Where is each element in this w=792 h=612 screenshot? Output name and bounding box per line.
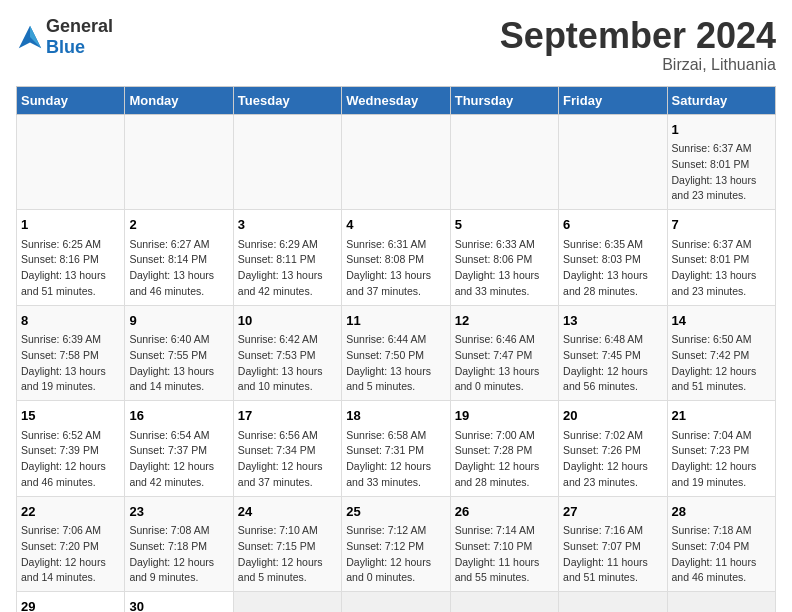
- day-number: 19: [455, 406, 554, 426]
- calendar-cell: [125, 114, 233, 210]
- day-number: 29: [21, 597, 120, 612]
- calendar-cell: 27Sunrise: 7:16 AMSunset: 7:07 PMDayligh…: [559, 496, 667, 592]
- day-number: 7: [672, 215, 771, 235]
- calendar-week-5: 29Sunrise: 7:20 AMSunset: 7:02 PMDayligh…: [17, 592, 776, 612]
- calendar-cell: 4Sunrise: 6:31 AMSunset: 8:08 PMDaylight…: [342, 210, 450, 306]
- day-number: 15: [21, 406, 120, 426]
- day-info: Sunrise: 6:25 AMSunset: 8:16 PMDaylight:…: [21, 237, 120, 300]
- calendar-cell: 16Sunrise: 6:54 AMSunset: 7:37 PMDayligh…: [125, 401, 233, 497]
- day-info: Sunrise: 7:10 AMSunset: 7:15 PMDaylight:…: [238, 523, 337, 586]
- calendar-cell: [667, 592, 775, 612]
- calendar-cell: [450, 592, 558, 612]
- calendar-cell: 7Sunrise: 6:37 AMSunset: 8:01 PMDaylight…: [667, 210, 775, 306]
- location-text: Birzai, Lithuania: [500, 56, 776, 74]
- day-number: 14: [672, 311, 771, 331]
- day-number: 4: [346, 215, 445, 235]
- calendar-cell: 6Sunrise: 6:35 AMSunset: 8:03 PMDaylight…: [559, 210, 667, 306]
- calendar-cell: 1Sunrise: 6:37 AMSunset: 8:01 PMDaylight…: [667, 114, 775, 210]
- day-number: 22: [21, 502, 120, 522]
- calendar-week-4: 22Sunrise: 7:06 AMSunset: 7:20 PMDayligh…: [17, 496, 776, 592]
- day-info: Sunrise: 7:04 AMSunset: 7:23 PMDaylight:…: [672, 428, 771, 491]
- calendar-cell: 19Sunrise: 7:00 AMSunset: 7:28 PMDayligh…: [450, 401, 558, 497]
- day-info: Sunrise: 6:35 AMSunset: 8:03 PMDaylight:…: [563, 237, 662, 300]
- calendar-week-1: 1Sunrise: 6:25 AMSunset: 8:16 PMDaylight…: [17, 210, 776, 306]
- calendar-cell: 23Sunrise: 7:08 AMSunset: 7:18 PMDayligh…: [125, 496, 233, 592]
- calendar-week-3: 15Sunrise: 6:52 AMSunset: 7:39 PMDayligh…: [17, 401, 776, 497]
- day-info: Sunrise: 7:14 AMSunset: 7:10 PMDaylight:…: [455, 523, 554, 586]
- day-number: 26: [455, 502, 554, 522]
- calendar-cell: 5Sunrise: 6:33 AMSunset: 8:06 PMDaylight…: [450, 210, 558, 306]
- calendar-cell: 28Sunrise: 7:18 AMSunset: 7:04 PMDayligh…: [667, 496, 775, 592]
- day-header-friday: Friday: [559, 86, 667, 114]
- day-number: 28: [672, 502, 771, 522]
- calendar-cell: [233, 592, 341, 612]
- day-number: 2: [129, 215, 228, 235]
- day-number: 21: [672, 406, 771, 426]
- day-info: Sunrise: 6:58 AMSunset: 7:31 PMDaylight:…: [346, 428, 445, 491]
- calendar-week-0: 1Sunrise: 6:37 AMSunset: 8:01 PMDaylight…: [17, 114, 776, 210]
- day-header-wednesday: Wednesday: [342, 86, 450, 114]
- logo-general-text: General: [46, 16, 113, 36]
- day-number: 24: [238, 502, 337, 522]
- day-header-saturday: Saturday: [667, 86, 775, 114]
- calendar-cell: 17Sunrise: 6:56 AMSunset: 7:34 PMDayligh…: [233, 401, 341, 497]
- month-title: September 2024: [500, 16, 776, 56]
- title-block: September 2024 Birzai, Lithuania: [500, 16, 776, 74]
- calendar-cell: 15Sunrise: 6:52 AMSunset: 7:39 PMDayligh…: [17, 401, 125, 497]
- day-number: 11: [346, 311, 445, 331]
- day-number: 25: [346, 502, 445, 522]
- calendar-cell: 12Sunrise: 6:46 AMSunset: 7:47 PMDayligh…: [450, 305, 558, 401]
- day-header-tuesday: Tuesday: [233, 86, 341, 114]
- calendar-cell: 9Sunrise: 6:40 AMSunset: 7:55 PMDaylight…: [125, 305, 233, 401]
- calendar-cell: 8Sunrise: 6:39 AMSunset: 7:58 PMDaylight…: [17, 305, 125, 401]
- day-number: 27: [563, 502, 662, 522]
- day-info: Sunrise: 7:02 AMSunset: 7:26 PMDaylight:…: [563, 428, 662, 491]
- day-info: Sunrise: 6:48 AMSunset: 7:45 PMDaylight:…: [563, 332, 662, 395]
- day-info: Sunrise: 6:52 AMSunset: 7:39 PMDaylight:…: [21, 428, 120, 491]
- day-info: Sunrise: 6:33 AMSunset: 8:06 PMDaylight:…: [455, 237, 554, 300]
- day-info: Sunrise: 6:39 AMSunset: 7:58 PMDaylight:…: [21, 332, 120, 395]
- calendar-cell: 2Sunrise: 6:27 AMSunset: 8:14 PMDaylight…: [125, 210, 233, 306]
- calendar-cell: [450, 114, 558, 210]
- day-header-thursday: Thursday: [450, 86, 558, 114]
- calendar-header-row: SundayMondayTuesdayWednesdayThursdayFrid…: [17, 86, 776, 114]
- calendar-cell: 30Sunrise: 7:22 AMSunset: 6:59 PMDayligh…: [125, 592, 233, 612]
- day-info: Sunrise: 6:50 AMSunset: 7:42 PMDaylight:…: [672, 332, 771, 395]
- day-info: Sunrise: 7:18 AMSunset: 7:04 PMDaylight:…: [672, 523, 771, 586]
- day-info: Sunrise: 6:31 AMSunset: 8:08 PMDaylight:…: [346, 237, 445, 300]
- calendar-cell: [233, 114, 341, 210]
- day-info: Sunrise: 7:16 AMSunset: 7:07 PMDaylight:…: [563, 523, 662, 586]
- day-info: Sunrise: 7:08 AMSunset: 7:18 PMDaylight:…: [129, 523, 228, 586]
- day-info: Sunrise: 6:37 AMSunset: 8:01 PMDaylight:…: [672, 141, 771, 204]
- day-header-sunday: Sunday: [17, 86, 125, 114]
- day-number: 5: [455, 215, 554, 235]
- logo-blue-text: Blue: [46, 37, 85, 57]
- page-header: General Blue September 2024 Birzai, Lith…: [16, 16, 776, 74]
- day-number: 23: [129, 502, 228, 522]
- calendar-cell: 1Sunrise: 6:25 AMSunset: 8:16 PMDaylight…: [17, 210, 125, 306]
- calendar-cell: 21Sunrise: 7:04 AMSunset: 7:23 PMDayligh…: [667, 401, 775, 497]
- calendar-cell: 18Sunrise: 6:58 AMSunset: 7:31 PMDayligh…: [342, 401, 450, 497]
- calendar-cell: 24Sunrise: 7:10 AMSunset: 7:15 PMDayligh…: [233, 496, 341, 592]
- day-number: 3: [238, 215, 337, 235]
- calendar-cell: 29Sunrise: 7:20 AMSunset: 7:02 PMDayligh…: [17, 592, 125, 612]
- day-header-monday: Monday: [125, 86, 233, 114]
- calendar-week-2: 8Sunrise: 6:39 AMSunset: 7:58 PMDaylight…: [17, 305, 776, 401]
- day-info: Sunrise: 7:12 AMSunset: 7:12 PMDaylight:…: [346, 523, 445, 586]
- day-info: Sunrise: 6:42 AMSunset: 7:53 PMDaylight:…: [238, 332, 337, 395]
- calendar-cell: [559, 592, 667, 612]
- day-number: 6: [563, 215, 662, 235]
- day-number: 12: [455, 311, 554, 331]
- day-info: Sunrise: 7:06 AMSunset: 7:20 PMDaylight:…: [21, 523, 120, 586]
- logo: General Blue: [16, 16, 113, 58]
- calendar-cell: [559, 114, 667, 210]
- day-number: 1: [672, 120, 771, 140]
- day-info: Sunrise: 6:27 AMSunset: 8:14 PMDaylight:…: [129, 237, 228, 300]
- day-info: Sunrise: 6:29 AMSunset: 8:11 PMDaylight:…: [238, 237, 337, 300]
- calendar-cell: 20Sunrise: 7:02 AMSunset: 7:26 PMDayligh…: [559, 401, 667, 497]
- calendar-cell: [342, 114, 450, 210]
- day-number: 17: [238, 406, 337, 426]
- day-info: Sunrise: 6:37 AMSunset: 8:01 PMDaylight:…: [672, 237, 771, 300]
- calendar-cell: 22Sunrise: 7:06 AMSunset: 7:20 PMDayligh…: [17, 496, 125, 592]
- calendar-cell: 10Sunrise: 6:42 AMSunset: 7:53 PMDayligh…: [233, 305, 341, 401]
